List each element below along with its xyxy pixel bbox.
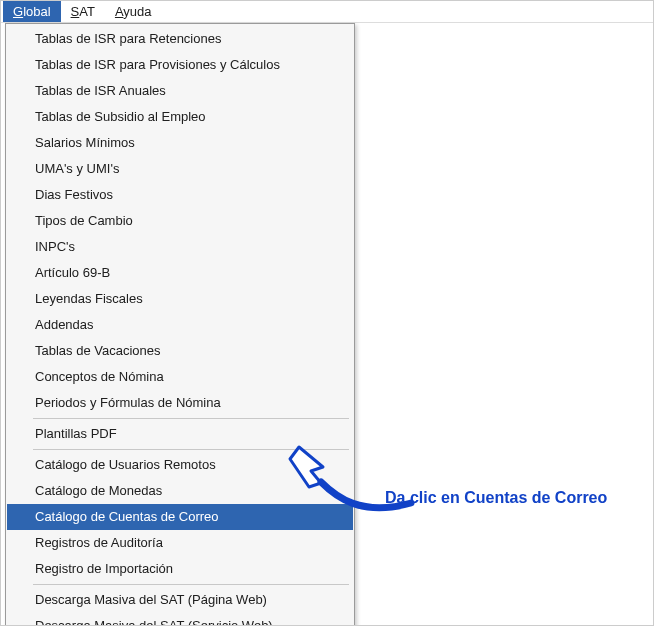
global-dropdown-menu: Tablas de ISR para RetencionesTablas de …: [5, 23, 355, 626]
menu-item-tablas-de-isr-anuales[interactable]: Tablas de ISR Anuales: [7, 78, 353, 104]
menu-item-registros-de-auditoria[interactable]: Registros de Auditoría: [7, 530, 353, 556]
menu-separator: [33, 418, 349, 419]
menu-item-leyendas-fiscales[interactable]: Leyendas Fiscales: [7, 286, 353, 312]
menu-separator: [33, 584, 349, 585]
menu-item-uma-s-y-umi-s[interactable]: UMA's y UMI's: [7, 156, 353, 182]
menu-separator: [33, 449, 349, 450]
menubar-item-global[interactable]: Global: [3, 1, 61, 22]
menu-item-tablas-de-isr-para-provisiones-y-calculos[interactable]: Tablas de ISR para Provisiones y Cálculo…: [7, 52, 353, 78]
menu-item-descarga-masiva-del-sat-pagina-web[interactable]: Descarga Masiva del SAT (Página Web): [7, 587, 353, 613]
menubar-item-ayuda[interactable]: Ayuda: [105, 1, 162, 22]
menu-item-periodos-y-formulas-de-nomina[interactable]: Periodos y Fórmulas de Nómina: [7, 390, 353, 416]
menubar-item-sat[interactable]: SAT: [61, 1, 105, 22]
menu-item-tablas-de-isr-para-retenciones[interactable]: Tablas de ISR para Retenciones: [7, 26, 353, 52]
menu-item-catalogo-de-usuarios-remotos[interactable]: Catálogo de Usuarios Remotos: [7, 452, 353, 478]
menu-item-inpc-s[interactable]: INPC's: [7, 234, 353, 260]
menubar: GlobalSATAyuda: [1, 1, 653, 23]
annotation-text: Da clic en Cuentas de Correo: [385, 489, 607, 507]
menu-item-tipos-de-cambio[interactable]: Tipos de Cambio: [7, 208, 353, 234]
menu-item-registro-de-importacion[interactable]: Registro de Importación: [7, 556, 353, 582]
menu-item-salarios-minimos[interactable]: Salarios Mínimos: [7, 130, 353, 156]
menu-item-catalogo-de-monedas[interactable]: Catálogo de Monedas: [7, 478, 353, 504]
menu-item-articulo-69-b[interactable]: Artículo 69-B: [7, 260, 353, 286]
menu-item-addendas[interactable]: Addendas: [7, 312, 353, 338]
menu-item-dias-festivos[interactable]: Dias Festivos: [7, 182, 353, 208]
menu-item-tablas-de-subsidio-al-empleo[interactable]: Tablas de Subsidio al Empleo: [7, 104, 353, 130]
menu-item-catalogo-de-cuentas-de-correo[interactable]: Catálogo de Cuentas de Correo: [7, 504, 353, 530]
menu-item-conceptos-de-nomina[interactable]: Conceptos de Nómina: [7, 364, 353, 390]
menu-item-tablas-de-vacaciones[interactable]: Tablas de Vacaciones: [7, 338, 353, 364]
menu-item-plantillas-pdf[interactable]: Plantillas PDF: [7, 421, 353, 447]
menu-item-descarga-masiva-del-sat-servicio-web[interactable]: Descarga Masiva del SAT (Servicio Web): [7, 613, 353, 626]
